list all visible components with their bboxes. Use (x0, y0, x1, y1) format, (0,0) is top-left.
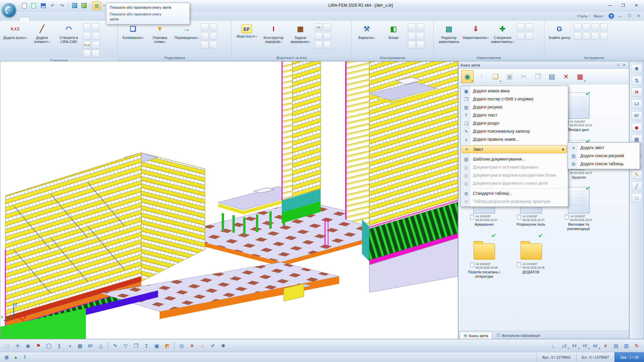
minimize-button[interactable]: — (604, 1, 616, 9)
tab-reinforced-concrete[interactable] (48, 17, 58, 21)
paste-button[interactable]: ▤ (546, 70, 558, 83)
tool-icon[interactable] (417, 32, 424, 40)
xz-view-icon[interactable]: XZ (591, 341, 600, 350)
tool-icon[interactable] (201, 24, 209, 31)
mdi-close-icon[interactable]: ✕ (636, 13, 641, 19)
undo-button[interactable]: ↶ (48, 1, 57, 10)
submenu-add-figure-list[interactable]: ▤ Додати список рисунків (569, 152, 639, 160)
menu-standard-tables[interactable]: ⊞ Стандартні таблиці... (462, 189, 567, 197)
tool-icon[interactable] (92, 32, 100, 40)
stiffness-display-icon[interactable]: EF (86, 341, 95, 350)
tool-icon[interactable] (210, 41, 217, 49)
tool-icon[interactable] (210, 24, 217, 31)
tool-icon[interactable] (83, 32, 91, 40)
tool-icon[interactable] (583, 32, 590, 40)
loads-button[interactable]: ⇓ Навантаження (463, 22, 489, 54)
tab-creation-editing[interactable] (19, 17, 30, 21)
tool-icon[interactable] (201, 32, 209, 40)
menu-add-sign-rules[interactable]: ± Додати правила знаків... (462, 135, 567, 143)
tool-icon[interactable] (408, 41, 416, 49)
line-icon[interactable]: ╱ (632, 182, 642, 191)
create-in-lira-cad-button[interactable]: ◠ Створити в LIRA-CAD (56, 22, 82, 54)
fxy-tool-icon[interactable]: f(x,y) (83, 41, 91, 49)
tool-icon[interactable] (315, 32, 322, 40)
delete-button[interactable]: ✕ (560, 70, 572, 83)
report-book-toggle-button[interactable]: ▤ (93, 1, 101, 10)
tool-icon[interactable] (323, 41, 331, 49)
filter-icon[interactable]: ▽ (121, 341, 130, 350)
xy-view-icon[interactable]: XY (570, 341, 579, 350)
tool-icon[interactable] (210, 32, 217, 40)
circle-select-icon[interactable]: ◯ (44, 341, 53, 350)
close-button[interactable]: ✕ (630, 1, 642, 9)
tool-icon[interactable] (517, 24, 525, 31)
save-button[interactable] (39, 1, 47, 10)
load-editor-button[interactable]: ▤ Редактор завантажень (436, 22, 462, 54)
separator[interactable] (174, 342, 175, 350)
help-icon[interactable]: ? (608, 13, 614, 19)
tool-icon[interactable] (574, 32, 582, 40)
blocks-button[interactable]: ◧ Блоки (380, 22, 407, 54)
tool-icon[interactable] (92, 50, 100, 57)
defined-reinforcement-button[interactable]: ▦ Задане армування (287, 22, 313, 54)
mdi-minimize-icon[interactable]: — (618, 13, 623, 19)
new-document-button[interactable] (20, 1, 29, 10)
tool-icon[interactable] (408, 24, 416, 31)
menu-documentation-templates[interactable]: ▤ Шаблони документування... (462, 155, 567, 163)
results-26-icon[interactable]: 26 (632, 88, 642, 97)
copy-fragment-icon[interactable]: ❐ (131, 341, 141, 350)
panel-close-icon[interactable]: ✕ (621, 62, 627, 68)
clear-selection-icon[interactable]: ✕ (187, 341, 197, 350)
refresh-icon[interactable]: ↻ (632, 341, 641, 350)
annotate-ic­on[interactable]: ✐ (208, 341, 217, 350)
mesh-icon[interactable]: ▦ (75, 341, 85, 350)
mdi-restore-icon[interactable]: ❐ (627, 13, 632, 19)
shade-view-icon[interactable]: ◑ (65, 341, 74, 350)
add-element-button[interactable]: ╱ Додати елемент (29, 22, 55, 54)
settings2-icon[interactable]: ✱ (219, 341, 228, 350)
edit-icon[interactable]: ✎ (632, 170, 642, 179)
grid-plane2-icon[interactable]: ▥ (622, 341, 631, 350)
tool-icon[interactable] (92, 41, 100, 49)
sort-icon[interactable]: ⇅ (632, 76, 642, 85)
print-button[interactable]: ▦ (574, 70, 586, 83)
flag-icon[interactable]: ⚑ (34, 341, 43, 350)
pan-icon[interactable]: ✛ (13, 341, 22, 350)
cc-tool-icon[interactable]: CC (315, 24, 322, 31)
tool-icon[interactable] (92, 24, 100, 31)
marquee-select-icon[interactable]: ◻ (3, 341, 12, 350)
tool-icon[interactable] (417, 24, 424, 31)
menu-add-text[interactable]: Т Додати текст (462, 111, 567, 119)
model-edit-button[interactable] (80, 1, 88, 10)
redo-button[interactable]: ↷ (58, 1, 66, 10)
menu-add-explanatory-note[interactable]: ✎ Додати пояснювальну записку (462, 127, 567, 135)
menu-add-section[interactable]: ❑ Додати розділ (462, 119, 567, 127)
select-node-icon[interactable]: ◉ (23, 341, 33, 350)
restore-button[interactable]: ❐ (617, 1, 629, 9)
tool-icon[interactable] (315, 41, 322, 49)
paint-icon[interactable]: ✎ (111, 341, 120, 350)
up-icon[interactable]: ↥ (21, 354, 28, 361)
pack-scheme-button[interactable]: ▼ Упаковка схеми (147, 22, 173, 54)
restore-icon[interactable]: ↥ (142, 341, 151, 350)
mosaic-icon[interactable]: ◆ (632, 123, 642, 132)
report-section-perelik-posylan[interactable]: A4 210x29706.06.2025 16:48 Перелік посил… (463, 235, 505, 279)
menu-add-picture[interactable]: ▨ Додати рисунок (462, 103, 567, 111)
tab-masonry[interactable] (67, 17, 76, 21)
tool-icon[interactable] (323, 24, 331, 31)
tool-icon[interactable] (526, 24, 533, 31)
tool-icon[interactable] (591, 24, 599, 31)
palette-icon[interactable]: ◩ (163, 341, 172, 350)
variants-button[interactable]: ⚒ Варіанти (354, 22, 380, 54)
table-toggle-icon[interactable]: ▦ (3, 354, 10, 361)
menu-contents[interactable]: ≡ Зміст (462, 145, 567, 153)
menu-add-poster[interactable]: ❐ Додати постер (+Shift з опціями) (462, 95, 567, 103)
separator[interactable] (108, 342, 108, 350)
pin-icon[interactable]: ⇩ (615, 62, 621, 68)
stiffness-icon[interactable]: EF (632, 111, 642, 120)
tab-advanced-analysis[interactable] (39, 17, 48, 21)
panel-tab-report-book[interactable]: ▤ Книга звітів (460, 332, 492, 339)
yz-view-icon[interactable]: YZ (580, 341, 589, 350)
tool-icon[interactable] (591, 32, 599, 40)
stiffness-button[interactable]: EF Жорсткості (233, 22, 260, 54)
